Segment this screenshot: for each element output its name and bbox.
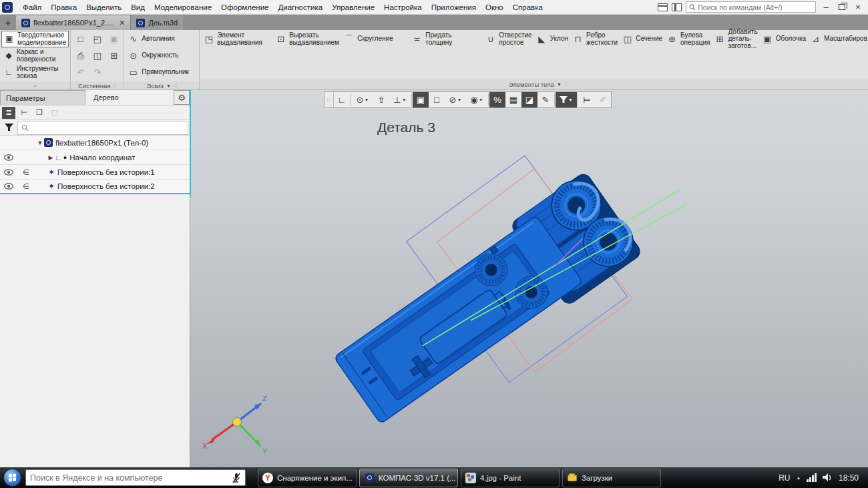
components-display-icon[interactable]: ◪ — [521, 92, 537, 107]
taskbar-app-yandex[interactable]: Y Снаряжение и экип... — [258, 469, 357, 487]
visibility-eye-icon[interactable] — [0, 183, 17, 190]
menu-edit[interactable]: Правка — [46, 0, 81, 15]
volume-icon[interactable] — [823, 473, 833, 482]
expand-arrow-icon[interactable]: ▶ — [47, 154, 55, 161]
view-axes-icon[interactable]: ⊥▼ — [389, 92, 411, 107]
annotation-sheet-icon[interactable]: ✎ — [537, 92, 554, 107]
command-search-input[interactable] — [698, 3, 813, 11]
visibility-eye-icon[interactable] — [0, 154, 17, 161]
hidden-lines-icon[interactable]: ⊘▼ — [445, 92, 466, 107]
tab-det-m3d[interactable]: Деь.m3d — [130, 15, 183, 30]
preview-icon[interactable]: ◫ — [89, 47, 105, 64]
open-document-icon[interactable]: ◰ — [89, 31, 105, 47]
panel-splitter[interactable] — [190, 90, 191, 197]
tab-tree[interactable]: Дерево — [85, 90, 174, 105]
extrude-button[interactable]: ◳Элемент выдавливания — [201, 31, 273, 47]
menu-view[interactable]: Вид — [126, 0, 150, 15]
restore-button[interactable] — [839, 4, 845, 10]
save-icon[interactable]: ▣ — [105, 31, 122, 47]
shell-button[interactable]: ▣Оболочка — [760, 31, 809, 47]
boolean-button[interactable]: ⊕Булева операция — [664, 31, 712, 47]
visibility-eye-icon[interactable] — [0, 169, 17, 176]
print-icon[interactable]: ⎙ — [72, 47, 89, 64]
viewport-3d[interactable]: X Z Y Деталь 3 ∷ ∟ ⊙▼ ⇧ ⊥▼ ▣ □ ⊘▼ ◉▼ % ▦… — [190, 90, 868, 467]
menu-help[interactable]: Справка — [508, 0, 548, 15]
mode-wireframe-surfaces[interactable]: ◆Каркас и поверхности — [1, 47, 69, 64]
new-tab-button[interactable]: + — [0, 15, 16, 30]
taskbar-search[interactable] — [25, 469, 246, 486]
scale-button[interactable]: ⊿Масштабиров... — [808, 31, 868, 47]
tree-search-input[interactable] — [17, 121, 188, 135]
array-display-icon[interactable]: ▦ — [505, 92, 521, 107]
taskbar-app-downloads[interactable]: Загрузки — [562, 469, 661, 487]
mode-solid-modeling[interactable]: ▣Твердотельное моделирование — [1, 31, 69, 47]
eyedropper-icon[interactable]: ✐ — [595, 92, 611, 107]
tree-relations-icon[interactable]: ⊢ — [17, 107, 31, 119]
tree-extra-window-icon[interactable]: ❐ — [33, 107, 46, 119]
menu-modeling[interactable]: Моделирование — [150, 0, 216, 15]
tab-parameters[interactable]: Параметры — [0, 90, 85, 105]
menu-window[interactable]: Окно — [481, 0, 508, 15]
redo-icon[interactable]: ↷ — [89, 64, 105, 81]
layout-horizontal-icon[interactable] — [658, 3, 668, 11]
menu-layout[interactable]: Оформление — [216, 0, 273, 15]
tray-expand-icon[interactable]: ▲ — [797, 475, 801, 480]
circle-button[interactable]: ⊙Окружность — [126, 47, 198, 64]
zoom-icon[interactable]: ⊙▼ — [352, 92, 373, 107]
menu-diagnostics[interactable]: Диагностика — [273, 0, 327, 15]
language-indicator[interactable]: RU — [779, 473, 790, 483]
tree-row-origin[interactable]: ▶ ∟ ● Начало координат — [0, 150, 190, 165]
create-sketch-icon[interactable]: ∟ — [334, 92, 350, 107]
toolbar-grip-icon[interactable]: ∷ — [324, 92, 334, 107]
menu-file[interactable]: Файл — [18, 0, 46, 15]
thicken-button[interactable]: ≍Придать толщину — [409, 31, 483, 47]
fillet-button[interactable]: ⌒Скругление — [341, 31, 409, 47]
display-filter-icon[interactable]: ▼ — [556, 92, 577, 107]
menu-applications[interactable]: Приложения — [427, 0, 481, 15]
panel-settings-button[interactable]: ⚙ — [174, 90, 190, 105]
close-button[interactable]: × — [852, 1, 864, 13]
section-button[interactable]: ◫Сечение — [620, 31, 664, 47]
microphone-muted-icon[interactable] — [232, 473, 241, 483]
simple-hole-button[interactable]: ∪Отверстие простое — [483, 31, 533, 47]
tree-row-surface-1[interactable]: ∈ ✦ Поверхность без истории:1 — [0, 165, 190, 180]
wireframe-view-icon[interactable]: □ — [429, 92, 445, 107]
close-tab-icon[interactable]: ✕ — [119, 19, 125, 27]
cut-extrude-button[interactable]: ⊡Вырезать выдавливанием — [273, 31, 341, 47]
modes-collapse[interactable]: ⌄ — [0, 81, 70, 89]
tree-row-root[interactable]: ▼ flexbatter18650Px1 (Тел-0) — [0, 136, 190, 150]
measure-icon[interactable]: ⊨ — [579, 92, 595, 107]
taskbar-search-input[interactable] — [30, 473, 228, 483]
menu-select[interactable]: Выделить — [81, 0, 126, 15]
layout-vertical-icon[interactable] — [672, 3, 682, 11]
command-search[interactable] — [686, 1, 816, 13]
tab-flexbatter[interactable]: flexbatter18650Px1_2.... ✕ — [16, 15, 130, 30]
taskbar-app-kompas[interactable]: КОМПАС-3D v17.1 (... — [359, 469, 458, 487]
render-image-icon[interactable]: ◉▼ — [466, 92, 487, 107]
orientation-icon[interactable]: ⇧ — [373, 92, 389, 107]
menu-settings[interactable]: Настройка — [379, 0, 427, 15]
new-document-icon[interactable]: □ — [72, 31, 89, 47]
undo-icon[interactable]: ↶ — [72, 64, 89, 81]
clock[interactable]: 18:50 — [839, 473, 859, 483]
start-button[interactable] — [3, 469, 21, 487]
taskbar-app-paint[interactable]: 4.jpg - Paint — [461, 469, 560, 487]
network-signal-icon[interactable] — [807, 473, 817, 482]
add-stock-part-button[interactable]: ⊞Добавить деталь-заготов... — [712, 31, 759, 47]
mode-sketch-tools[interactable]: ∟Инструменты эскиза — [1, 64, 69, 81]
tree-row-surface-2[interactable]: ∈ ✦ Поверхность без истории:2 — [0, 180, 190, 194]
rectangle-button[interactable]: ▭Прямоугольник — [126, 64, 198, 81]
menu-management[interactable]: Управление — [327, 0, 379, 15]
tree-structure-icon[interactable]: ≣ — [2, 107, 15, 119]
draft-button[interactable]: ◣Уклон — [534, 31, 570, 47]
minimize-button[interactable]: – — [820, 1, 832, 13]
tree-filter-button[interactable] — [0, 124, 17, 132]
collapse-arrow-icon[interactable]: ▼ — [36, 140, 44, 146]
autoline-button[interactable]: ∿Автолиния — [126, 31, 198, 47]
selection-area-icon[interactable]: ▢ — [48, 107, 61, 119]
save-as-icon[interactable]: ⊞ — [105, 47, 122, 64]
rib-button[interactable]: ⊓Ребро жесткости — [570, 31, 620, 47]
shaded-view-icon[interactable]: ▣ — [413, 92, 429, 107]
clip-planes-icon[interactable]: % — [489, 92, 505, 107]
model-battery-holder[interactable] — [328, 168, 645, 433]
